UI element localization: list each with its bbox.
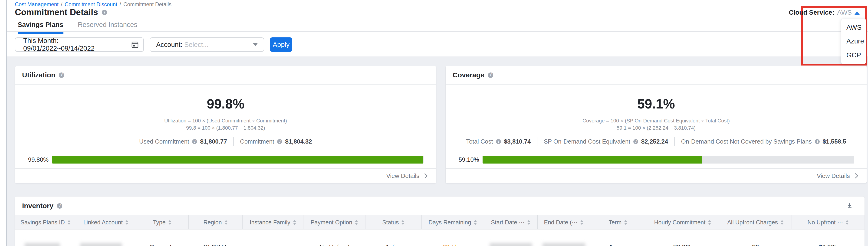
stat-value: $2,252.24 — [641, 138, 668, 145]
commitment-details-page: Cost Management/Commitment Discount/Comm… — [0, 0, 868, 246]
table-cell: 1 year — [590, 229, 646, 246]
dropdown-option-azure[interactable]: Azure — [841, 37, 866, 45]
account-select[interactable]: Account: Select... — [150, 37, 264, 52]
column-header-start-date[interactable]: Start Date ··· — [484, 215, 538, 229]
sort-up-arrow — [355, 220, 358, 222]
stats-divider — [233, 137, 234, 146]
column-header-label: Region — [203, 219, 222, 226]
sort-icon — [168, 220, 172, 225]
filter-bar: This Month: 09/01/2022~09/14/2022 Accoun… — [15, 37, 292, 52]
column-header-instance-family[interactable]: Instance Family — [243, 215, 303, 229]
dropdown-option-gcp[interactable]: GCP — [841, 51, 866, 59]
tab-savings-plans[interactable]: Savings Plans — [18, 21, 63, 34]
date-range-picker[interactable]: This Month: 09/01/2022~09/14/2022 — [15, 37, 144, 52]
column-header-label: Start Date ··· — [491, 219, 524, 226]
breadcrumb-separator: / — [61, 1, 62, 8]
column-header-term[interactable]: Term — [590, 215, 646, 229]
coverage-stats: Total Costi$3,810.74SP On-Demand Cost Eq… — [445, 137, 867, 146]
column-header-no-upfront[interactable]: No Upfront ··· — [792, 215, 865, 229]
coverage-formula: Coverage = 100 × (SP On-Demand Cost Equi… — [445, 117, 867, 131]
column-header-savings-plans-id[interactable]: Savings Plans ID — [15, 215, 76, 229]
info-icon[interactable]: i — [102, 10, 107, 15]
sort-icon — [125, 220, 128, 225]
sort-down-arrow — [125, 223, 128, 225]
column-header-status[interactable]: Status — [366, 215, 422, 229]
download-icon — [846, 202, 853, 210]
sort-down-arrow — [401, 223, 404, 225]
download-button[interactable] — [845, 201, 854, 211]
column-header-label: End Date (··· — [544, 219, 577, 226]
chevron-down-icon — [253, 43, 258, 46]
breadcrumb-item-commitment-discount[interactable]: Commitment Discount — [65, 1, 117, 8]
coverage-stat: Total Costi$3,810.74 — [466, 138, 531, 145]
dropdown-option-aws[interactable]: AWS — [841, 24, 866, 31]
column-header-label: Payment Option — [311, 219, 352, 226]
utilization-stat: Commitmenti$1,804.32 — [240, 138, 312, 145]
sort-up-arrow — [474, 220, 477, 222]
page-title: Commitment Details i — [15, 7, 107, 17]
column-header-region[interactable]: Region — [189, 215, 243, 229]
column-header-linked-account[interactable]: Linked Account — [76, 215, 136, 229]
coverage-percent: 59.1% — [445, 96, 867, 112]
chevron-right-icon — [423, 173, 428, 178]
tab-reserved-instances[interactable]: Reserved Instances — [78, 21, 137, 34]
info-icon[interactable]: i — [496, 139, 501, 144]
info-icon[interactable]: i — [192, 139, 197, 144]
sort-icon — [527, 220, 530, 225]
info-icon[interactable]: i — [488, 72, 493, 78]
sort-down-arrow — [67, 223, 71, 225]
stat-value: $3,810.74 — [504, 138, 531, 145]
formula-line: 99.8 = 100 × (1,800.77 ÷ 1,804.32) — [15, 124, 436, 131]
sort-down-arrow — [845, 223, 849, 225]
sort-up-arrow — [125, 220, 128, 222]
info-icon[interactable]: i — [815, 139, 820, 144]
column-header-payment-option[interactable]: Payment Option — [303, 215, 366, 229]
column-header-all-upfront-charges[interactable]: All Upfront Charges — [719, 215, 792, 229]
stat-label: On-Demand Cost Not Covered by Savings Pl… — [681, 138, 811, 145]
progress-track — [483, 156, 854, 163]
sort-icon — [708, 220, 711, 225]
sort-icon — [580, 220, 583, 225]
redacted-value — [490, 243, 532, 246]
stat-label: Used Commitment — [139, 138, 189, 145]
utilization-bar-row: 99.80% — [15, 156, 436, 163]
cell-value: Active — [385, 244, 402, 246]
table-cell: 237day — [422, 229, 484, 246]
sort-down-arrow — [780, 223, 784, 225]
account-placeholder: Select... — [184, 41, 209, 48]
chevron-right-icon — [853, 173, 858, 178]
column-header-label: Type — [153, 219, 165, 226]
cell-value: $6.265 — [673, 244, 692, 246]
progress-fill — [483, 156, 702, 163]
sort-down-arrow — [708, 223, 711, 225]
info-icon[interactable]: i — [57, 203, 62, 209]
utilization-card: Utilization i 99.8% Utilization = 100 × … — [15, 66, 436, 184]
date-range-value: This Month: 09/01/2022~09/14/2022 — [23, 37, 131, 52]
cloud-service-dropdown-trigger[interactable]: Cloud Service: AWS — [789, 9, 860, 16]
sort-up-arrow — [845, 220, 849, 222]
apply-button[interactable]: Apply — [270, 37, 292, 52]
info-icon[interactable]: i — [277, 139, 282, 144]
redacted-suffix: ··· — [124, 244, 132, 246]
breadcrumb: Cost Management/Commitment Discount/Comm… — [15, 1, 172, 8]
column-header-end-date[interactable]: End Date (··· — [538, 215, 590, 229]
coverage-view-details[interactable]: View Details — [445, 168, 867, 183]
view-details-label: View Details — [386, 172, 420, 180]
info-icon[interactable]: i — [59, 72, 64, 78]
info-icon[interactable]: i — [633, 139, 638, 144]
page-title-text: Commitment Details — [15, 7, 98, 17]
sort-up-arrow — [293, 220, 296, 222]
inventory-header: Inventory i — [15, 196, 865, 215]
redacted-value — [80, 243, 122, 246]
utilization-view-details[interactable]: View Details — [15, 168, 436, 183]
cloud-service-dropdown-menu: AWSAzureGCP — [841, 19, 866, 64]
breadcrumb-item-cost-management[interactable]: Cost Management — [15, 1, 59, 8]
column-header-hourly-commitment[interactable]: Hourly Commitment — [646, 215, 719, 229]
column-header-type[interactable]: Type — [136, 215, 189, 229]
column-header-days-remaining[interactable]: Days Remaining — [422, 215, 484, 229]
sort-icon — [401, 220, 404, 225]
inventory-card: Inventory i Savings Plans IDLinked Accou… — [15, 196, 865, 246]
account-select-text: Account: Select... — [156, 41, 209, 49]
sort-down-arrow — [624, 223, 627, 225]
column-header-label: No Upfront ··· — [808, 219, 843, 226]
